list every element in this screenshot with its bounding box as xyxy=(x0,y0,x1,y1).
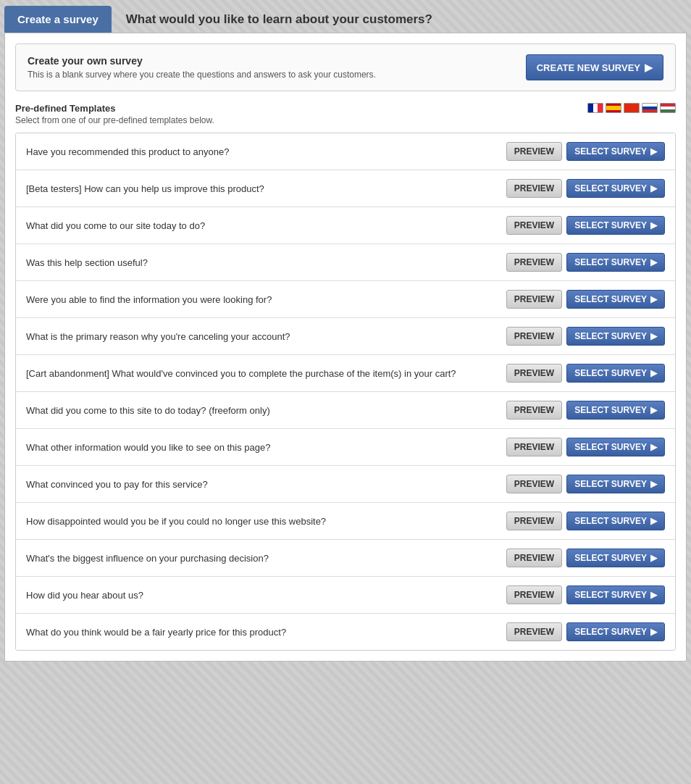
select-survey-label: SELECT SURVEY xyxy=(574,405,647,415)
select-survey-arrow-icon: ▶ xyxy=(650,442,657,452)
preview-button[interactable]: PREVIEW xyxy=(506,622,562,641)
template-row: How did you hear about us?PREVIEWSELECT … xyxy=(16,577,675,614)
predefined-header-left: Pre-defined Templates Select from one of… xyxy=(15,103,214,125)
template-row: [Cart abandonment] What would've convinc… xyxy=(16,355,675,392)
flag-ru[interactable] xyxy=(642,103,658,113)
preview-button[interactable]: PREVIEW xyxy=(506,142,562,161)
select-survey-label: SELECT SURVEY xyxy=(574,294,647,304)
flag-es[interactable] xyxy=(606,103,621,113)
preview-button[interactable]: PREVIEW xyxy=(506,438,562,456)
select-survey-label: SELECT SURVEY xyxy=(574,257,647,267)
preview-button[interactable]: PREVIEW xyxy=(506,401,562,420)
template-actions: PREVIEWSELECT SURVEY▶ xyxy=(506,622,665,641)
select-survey-label: SELECT SURVEY xyxy=(574,146,647,157)
template-row: What do you think would be a fair yearly… xyxy=(16,614,675,650)
template-actions: PREVIEWSELECT SURVEY▶ xyxy=(506,364,665,383)
select-survey-label: SELECT SURVEY xyxy=(574,368,647,378)
template-actions: PREVIEWSELECT SURVEY▶ xyxy=(506,253,665,272)
template-question: What do you think would be a fair yearly… xyxy=(26,627,506,638)
select-survey-arrow-icon: ▶ xyxy=(650,368,657,378)
preview-button[interactable]: PREVIEW xyxy=(506,512,562,530)
preview-button[interactable]: PREVIEW xyxy=(506,179,562,198)
flag-fr[interactable] xyxy=(587,103,603,113)
select-survey-label: SELECT SURVEY xyxy=(574,553,647,563)
template-actions: PREVIEWSELECT SURVEY▶ xyxy=(506,401,665,420)
template-row: What did you come to this site to do tod… xyxy=(16,392,675,429)
template-row: How disappointed would you be if you cou… xyxy=(16,503,675,540)
template-actions: PREVIEWSELECT SURVEY▶ xyxy=(506,142,665,161)
preview-button[interactable]: PREVIEW xyxy=(506,364,562,383)
select-survey-arrow-icon: ▶ xyxy=(650,627,657,637)
select-survey-button[interactable]: SELECT SURVEY▶ xyxy=(566,438,665,456)
select-survey-button[interactable]: SELECT SURVEY▶ xyxy=(566,216,665,235)
select-survey-button[interactable]: SELECT SURVEY▶ xyxy=(566,179,665,198)
template-actions: PREVIEWSELECT SURVEY▶ xyxy=(506,512,665,530)
template-actions: PREVIEWSELECT SURVEY▶ xyxy=(506,290,665,309)
template-actions: PREVIEWSELECT SURVEY▶ xyxy=(506,327,665,346)
template-row: What did you come to our site today to d… xyxy=(16,207,675,244)
template-row: Were you able to find the information yo… xyxy=(16,281,675,318)
main-container: Create your own survey This is a blank s… xyxy=(4,33,687,662)
create-own-description: This is a blank survey where you create … xyxy=(28,70,376,80)
select-survey-button[interactable]: SELECT SURVEY▶ xyxy=(566,142,665,161)
template-question: What is the primary reason why you're ca… xyxy=(26,331,506,342)
select-survey-arrow-icon: ▶ xyxy=(650,516,657,526)
flag-hu[interactable] xyxy=(660,103,676,113)
flag-cn[interactable] xyxy=(624,103,640,113)
select-survey-arrow-icon: ▶ xyxy=(650,257,657,267)
select-survey-arrow-icon: ▶ xyxy=(650,479,657,489)
predefined-header: Pre-defined Templates Select from one of… xyxy=(5,99,686,127)
template-question: [Beta testers] How can you help us impro… xyxy=(26,183,506,194)
select-survey-arrow-icon: ▶ xyxy=(650,294,657,304)
template-question: What did you come to our site today to d… xyxy=(26,220,506,231)
create-new-label: CREATE NEW SURVEY xyxy=(537,62,640,73)
select-survey-button[interactable]: SELECT SURVEY▶ xyxy=(566,622,665,641)
select-survey-button[interactable]: SELECT SURVEY▶ xyxy=(566,253,665,272)
template-question: How disappointed would you be if you cou… xyxy=(26,516,506,527)
select-survey-button[interactable]: SELECT SURVEY▶ xyxy=(566,364,665,383)
template-question: [Cart abandonment] What would've convinc… xyxy=(26,368,506,379)
preview-button[interactable]: PREVIEW xyxy=(506,475,562,493)
create-new-arrow-icon: ▶ xyxy=(645,62,653,73)
template-question: How did you hear about us? xyxy=(26,590,506,601)
template-row: What's the biggest influence on your pur… xyxy=(16,540,675,577)
template-question: What other information would you like to… xyxy=(26,442,506,453)
template-question: What's the biggest influence on your pur… xyxy=(26,553,506,564)
select-survey-label: SELECT SURVEY xyxy=(574,590,647,600)
select-survey-button[interactable]: SELECT SURVEY▶ xyxy=(566,585,665,604)
select-survey-button[interactable]: SELECT SURVEY▶ xyxy=(566,401,665,420)
select-survey-button[interactable]: SELECT SURVEY▶ xyxy=(566,290,665,309)
template-actions: PREVIEWSELECT SURVEY▶ xyxy=(506,475,665,493)
preview-button[interactable]: PREVIEW xyxy=(506,585,562,604)
template-actions: PREVIEWSELECT SURVEY▶ xyxy=(506,585,665,604)
template-actions: PREVIEWSELECT SURVEY▶ xyxy=(506,216,665,235)
select-survey-label: SELECT SURVEY xyxy=(574,442,647,452)
select-survey-arrow-icon: ▶ xyxy=(650,220,657,230)
select-survey-arrow-icon: ▶ xyxy=(650,331,657,341)
select-survey-button[interactable]: SELECT SURVEY▶ xyxy=(566,327,665,346)
template-actions: PREVIEWSELECT SURVEY▶ xyxy=(506,179,665,198)
select-survey-arrow-icon: ▶ xyxy=(650,405,657,415)
preview-button[interactable]: PREVIEW xyxy=(506,549,562,567)
preview-button[interactable]: PREVIEW xyxy=(506,327,562,346)
preview-button[interactable]: PREVIEW xyxy=(506,290,562,309)
create-own-heading: Create your own survey xyxy=(28,55,376,67)
create-new-survey-button[interactable]: CREATE NEW SURVEY ▶ xyxy=(526,54,663,80)
select-survey-label: SELECT SURVEY xyxy=(574,331,647,341)
create-survey-tab[interactable]: Create a survey xyxy=(4,6,112,33)
page-title: What would you like to learn about your … xyxy=(112,12,432,27)
header-bar: Create a survey What would you like to l… xyxy=(0,0,691,33)
preview-button[interactable]: PREVIEW xyxy=(506,253,562,272)
select-survey-button[interactable]: SELECT SURVEY▶ xyxy=(566,475,665,493)
template-actions: PREVIEWSELECT SURVEY▶ xyxy=(506,549,665,567)
template-question: What convinced you to pay for this servi… xyxy=(26,479,506,490)
template-question: Were you able to find the information yo… xyxy=(26,294,506,305)
select-survey-button[interactable]: SELECT SURVEY▶ xyxy=(566,549,665,567)
preview-button[interactable]: PREVIEW xyxy=(506,216,562,235)
select-survey-arrow-icon: ▶ xyxy=(650,590,657,600)
select-survey-label: SELECT SURVEY xyxy=(574,627,647,637)
template-row: Was this help section useful?PREVIEWSELE… xyxy=(16,244,675,281)
select-survey-button[interactable]: SELECT SURVEY▶ xyxy=(566,512,665,530)
template-row: What other information would you like to… xyxy=(16,429,675,466)
select-survey-arrow-icon: ▶ xyxy=(650,183,657,193)
